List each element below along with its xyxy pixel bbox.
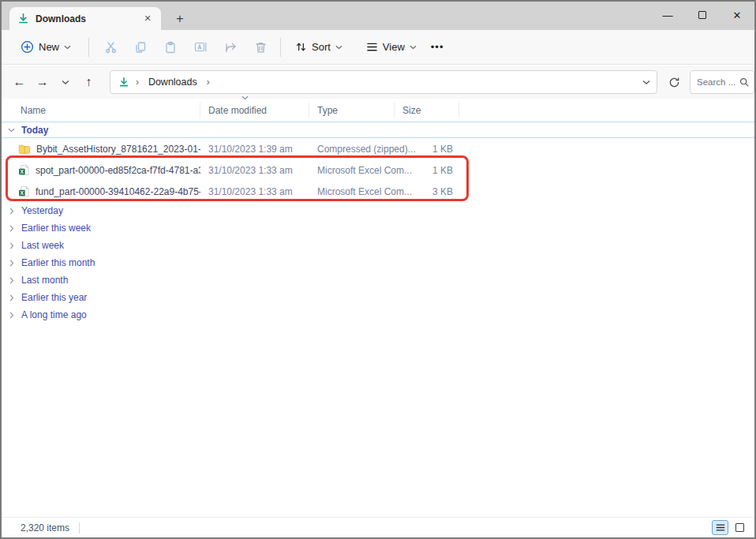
refresh-button[interactable] (664, 71, 685, 93)
chevron-right-icon (9, 208, 14, 215)
column-header-date-modified[interactable]: Date modified (200, 103, 309, 118)
details-view-icon (716, 523, 725, 532)
group-header-earlier-this-month[interactable]: Earlier this month (2, 254, 754, 271)
window-controls: — ✕ (650, 2, 754, 28)
thumbnails-view-icon (735, 523, 744, 532)
column-header-name[interactable]: Name (2, 103, 200, 118)
file-type: Microsoft Excel Com... (309, 186, 395, 197)
more-options-button[interactable]: ••• (431, 41, 444, 53)
address-dropdown-button[interactable] (642, 80, 650, 85)
share-button[interactable] (215, 35, 245, 60)
maximize-button[interactable] (685, 2, 720, 28)
sort-direction-icon (241, 95, 249, 100)
table-row[interactable]: X spot_part-00000-ed85f2ca-f7fd-4781-a3e… (2, 159, 754, 181)
file-explorer-window: Downloads ✕ + — ✕ New (0, 0, 756, 539)
sort-button[interactable]: Sort (289, 36, 349, 58)
chevron-right-icon (9, 225, 14, 232)
file-size: 1 KB (395, 144, 459, 155)
group-label: Earlier this year (21, 292, 87, 303)
group-label: Earlier this week (21, 223, 91, 234)
sort-button-label: Sort (312, 41, 331, 53)
group-header-a-long-time-ago[interactable]: A long time ago (2, 306, 754, 324)
file-type: Microsoft Excel Com... (309, 165, 395, 176)
column-header-size[interactable]: Size (395, 103, 459, 118)
excel-file-icon: X (18, 185, 30, 197)
group-label: Last month (21, 275, 68, 286)
chevron-down-icon (62, 80, 69, 85)
paste-button[interactable] (155, 35, 185, 60)
download-icon (17, 13, 29, 24)
address-bar[interactable]: › Downloads › (110, 70, 657, 94)
column-header-spacer (459, 103, 754, 118)
group-header-earlier-this-week[interactable]: Earlier this week (2, 219, 754, 237)
chevron-down-icon (642, 80, 650, 85)
cut-button[interactable] (95, 35, 125, 60)
group-label: A long time ago (21, 309, 87, 320)
group-header-last-week[interactable]: Last week (2, 237, 754, 254)
chevron-down-icon (335, 45, 342, 50)
table-row[interactable]: Bybit_AssetHistory_8781621_2023-01-01_20… (2, 138, 754, 159)
zip-folder-icon (18, 144, 31, 155)
svg-text:X: X (21, 169, 24, 174)
maximize-icon (698, 11, 706, 19)
group-label: Earlier this month (21, 257, 95, 268)
clipboard-icon (164, 41, 177, 54)
group-header-last-month[interactable]: Last month (2, 271, 754, 289)
search-input[interactable] (697, 77, 736, 87)
tab-downloads[interactable]: Downloads ✕ (9, 7, 161, 30)
toolbar-separator (280, 38, 281, 57)
share-icon (224, 41, 238, 54)
forward-button[interactable]: → (31, 70, 54, 94)
group-label: Last week (21, 240, 64, 251)
delete-button[interactable] (245, 35, 275, 60)
breadcrumb-downloads[interactable]: Downloads (145, 75, 200, 89)
column-header-type[interactable]: Type (309, 103, 395, 118)
refresh-icon (668, 77, 680, 88)
copy-icon (134, 41, 147, 54)
group-label: Today (21, 125, 48, 136)
minimize-button[interactable]: — (650, 2, 685, 28)
search-box[interactable] (690, 70, 754, 94)
sort-arrows-icon (295, 41, 307, 53)
chevron-right-icon (9, 242, 14, 249)
file-type: Compressed (zipped)... (309, 144, 395, 155)
view-button[interactable]: View (360, 36, 423, 58)
toolbar-separator (88, 38, 89, 57)
view-button-label: View (383, 41, 405, 53)
breadcrumb-separator: › (134, 77, 140, 88)
file-list: Today Bybit_AssetHistory_8781621_2023-01… (2, 122, 754, 517)
thumbnails-view-button[interactable] (732, 520, 748, 535)
plus-circle-icon (21, 40, 34, 54)
group-header-today[interactable]: Today (2, 122, 754, 138)
group-header-earlier-this-year[interactable]: Earlier this year (2, 289, 754, 306)
view-lines-icon (366, 42, 378, 52)
tab-bar: Downloads ✕ + — ✕ (2, 2, 754, 30)
up-button[interactable]: ↑ (77, 70, 100, 94)
new-button[interactable]: New (14, 36, 77, 58)
excel-file-icon: X (18, 164, 30, 176)
recent-locations-button[interactable] (54, 70, 77, 94)
table-row[interactable]: X fund_part-00000-39410462-22a9-4b75-afb… (2, 181, 754, 202)
scissors-icon (104, 40, 118, 54)
download-icon (118, 77, 129, 88)
close-button[interactable]: ✕ (720, 2, 754, 28)
file-size: 3 KB (395, 186, 459, 197)
file-name: spot_part-00000-ed85f2ca-f7fd-4781-a3e6-… (36, 165, 200, 176)
column-headers: Name Date modified Type Size (2, 99, 754, 122)
group-label: Yesterday (21, 205, 63, 216)
file-date: 31/10/2023 1:33 am (200, 165, 309, 176)
file-date: 31/10/2023 1:33 am (200, 186, 309, 197)
group-header-yesterday[interactable]: Yesterday (2, 202, 754, 219)
tab-close-icon[interactable]: ✕ (140, 12, 155, 26)
details-view-button[interactable] (712, 520, 728, 535)
rename-icon (194, 41, 208, 53)
chevron-right-icon (9, 260, 14, 267)
copy-button[interactable] (125, 35, 155, 60)
new-tab-button[interactable]: + (170, 9, 189, 28)
rename-button[interactable] (185, 35, 215, 60)
back-button[interactable]: ← (8, 70, 31, 94)
svg-text:X: X (21, 190, 24, 196)
file-size: 1 KB (395, 165, 459, 176)
trash-icon (255, 41, 267, 54)
file-name: Bybit_AssetHistory_8781621_2023-01-01_20… (36, 144, 200, 155)
